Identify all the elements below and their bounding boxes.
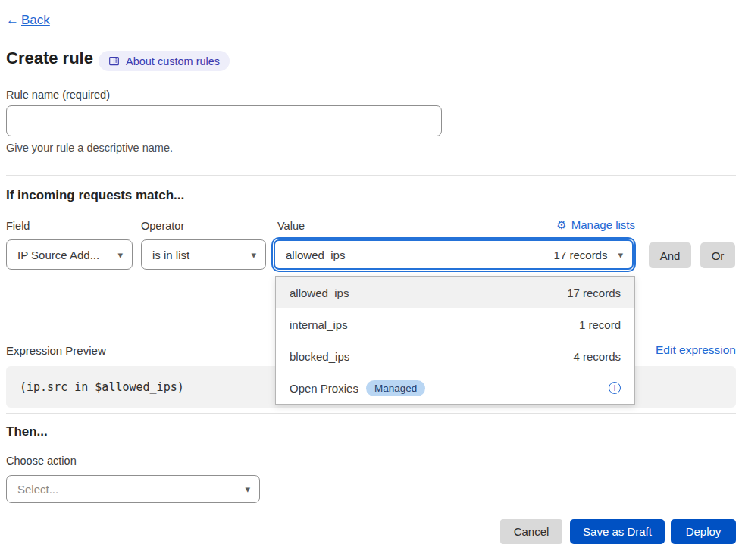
list-item-record-count: 17 records [567, 286, 621, 299]
match-section-heading: If incoming requests match... [6, 188, 184, 203]
about-custom-rules-link[interactable]: About custom rules [99, 51, 230, 71]
back-link-label: Back [21, 13, 50, 28]
field-select-value: IP Source Add... [17, 249, 99, 261]
about-custom-rules-label: About custom rules [126, 55, 220, 67]
chevron-down-icon: ▾ [251, 250, 256, 260]
operator-label: Operator [141, 220, 184, 232]
managed-badge: Managed [366, 380, 425, 396]
expression-code: (ip.src in $allowed_ips) [20, 380, 184, 394]
section-divider [6, 175, 736, 176]
deploy-button[interactable]: Deploy [671, 519, 736, 544]
chevron-down-icon: ▾ [117, 250, 123, 260]
field-select[interactable]: IP Source Add... ▾ [6, 239, 133, 270]
list-item-name: allowed_ips [290, 286, 349, 299]
expression-preview-label: Expression Preview [6, 344, 106, 357]
section-divider [6, 413, 736, 414]
manage-lists-label: Manage lists [571, 218, 635, 231]
chevron-down-icon: ▾ [245, 484, 250, 494]
value-select-record-count: 17 records [554, 249, 608, 261]
value-label: Value [277, 220, 305, 232]
list-item-allowed-ips[interactable]: allowed_ips 17 records [276, 277, 634, 308]
save-as-draft-button[interactable]: Save as Draft [570, 519, 665, 544]
back-arrow-icon: ← [6, 13, 19, 28]
action-select-placeholder: Select... [17, 483, 58, 496]
rule-name-label: Rule name (required) [6, 89, 110, 101]
list-item-record-count: 1 record [579, 318, 621, 331]
manage-lists-link[interactable]: ⚙ Manage lists [556, 218, 635, 231]
list-item-name: internal_ips [290, 318, 348, 331]
page-title: Create rule [6, 48, 93, 68]
operator-select-value: is in list [152, 249, 189, 261]
field-label: Field [6, 220, 30, 232]
chevron-down-icon: ▾ [618, 250, 623, 260]
rule-name-helper-text: Give your rule a descriptive name. [6, 142, 173, 154]
list-item-record-count: 4 records [573, 350, 621, 363]
back-link[interactable]: ← Back [6, 13, 50, 28]
and-button[interactable]: And [649, 242, 691, 268]
edit-expression-link[interactable]: Edit expression [656, 343, 736, 357]
list-item-blocked-ips[interactable]: blocked_ips 4 records [276, 340, 634, 372]
value-dropdown-panel: allowed_ips 17 records internal_ips 1 re… [275, 276, 635, 405]
info-icon[interactable]: i [609, 382, 621, 394]
list-item-name: Open Proxies [290, 382, 358, 395]
gear-icon: ⚙ [556, 219, 566, 230]
rule-name-input[interactable] [6, 105, 442, 136]
action-select[interactable]: Select... ▾ [6, 475, 260, 503]
choose-action-label: Choose action [6, 455, 77, 467]
cancel-button[interactable]: Cancel [500, 519, 562, 544]
operator-select[interactable]: is in list ▾ [141, 239, 266, 270]
book-icon [108, 55, 120, 67]
list-item-internal-ips[interactable]: internal_ips 1 record [276, 308, 634, 340]
then-section-heading: Then... [6, 424, 48, 440]
value-select-value: allowed_ips [286, 249, 345, 261]
value-select[interactable]: allowed_ips 17 records ▾ [274, 239, 634, 270]
list-item-name: blocked_ips [290, 350, 349, 363]
or-button[interactable]: Or [700, 242, 735, 268]
list-item-open-proxies[interactable]: Open Proxies Managed i [276, 372, 634, 404]
